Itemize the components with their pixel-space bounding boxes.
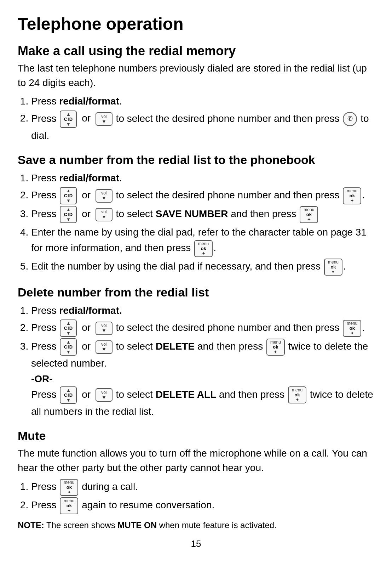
vol-button: vol ▼ <box>96 189 113 203</box>
menu-ok-button: menu ok ✦ <box>266 339 285 356</box>
or-label: -OR- <box>31 373 53 384</box>
cid-button: ▲ CID ▼ <box>60 319 77 337</box>
section-heading-mute: Mute <box>18 429 374 443</box>
menu-ok-button: menu ok ✦ <box>343 320 361 337</box>
list-item: Press menu ok ✦ during a call. <box>31 479 374 496</box>
list-item: Enter the name by using the dial pad, re… <box>31 225 374 257</box>
list-item: Press ▲ CID ▼ or vol ▼ to select the des… <box>31 187 374 204</box>
menu-ok-button: menu ok ✦ <box>60 497 78 514</box>
list-item: Press ▲ CID ▼ or vol ▼ to select SAVE NU… <box>31 206 374 223</box>
cid-button: ▲ CID ▼ <box>60 187 77 204</box>
phone-button: ✆ <box>343 112 357 126</box>
section-heading-make-call: Make a call using the redial memory <box>18 44 374 58</box>
vol-button: vol ▼ <box>96 322 113 335</box>
menu-ok-button: menu ok ✦ <box>60 479 78 496</box>
cid-button: ▲ CID ▼ <box>60 338 77 356</box>
section-heading-save-number: Save a number from the redial list to th… <box>18 153 374 167</box>
section-intro-make-call: The last ten telephone numbers previousl… <box>18 61 374 90</box>
vol-button: vol ▼ <box>96 388 113 402</box>
section-heading-delete-number: Delete number from the redial list <box>18 285 374 299</box>
page-title: Telephone operation <box>18 14 374 34</box>
list-item: Press ▲ CID ▼ or vol ▼ to select DELETE … <box>31 338 374 419</box>
list-item: Press menu ok ✦ again to resume conversa… <box>31 497 374 514</box>
menu-ok-button: menu ok ✦ <box>343 187 361 204</box>
vol-button: vol ▼ <box>96 112 113 126</box>
list-item: Edit the number by using the dial pad if… <box>31 259 374 276</box>
vol-button: vol ▼ <box>96 340 113 354</box>
menu-ok-button: menu ok ✦ <box>324 259 342 276</box>
list-item: Press redial/format. <box>31 94 374 109</box>
delete-number-steps: Press redial/format. Press ▲ CID ▼ or vo… <box>31 303 374 419</box>
cid-button: ▲ CID ▼ <box>60 111 77 128</box>
make-call-steps: Press redial/format. Press ▲ CID ▼ or vo… <box>31 94 374 143</box>
vol-button: vol ▼ <box>96 208 113 221</box>
list-item: Press ▲ CID ▼ or vol ▼ to select the des… <box>31 319 374 337</box>
section-intro-mute: The mute function allows you to turn off… <box>18 446 374 475</box>
cid-button: ▲ CID ▼ <box>60 386 77 404</box>
menu-ok-button: menu ok ✦ <box>288 386 306 403</box>
list-item: Press redial/format. <box>31 303 374 318</box>
mute-steps: Press menu ok ✦ during a call. Press men… <box>31 479 374 514</box>
page-number: 15 <box>18 538 374 549</box>
cid-button: ▲ CID ▼ <box>60 206 77 223</box>
list-item: Press redial/format. <box>31 170 374 186</box>
mute-note: NOTE: The screen shows MUTE ON when mute… <box>18 519 374 532</box>
list-item: Press ▲ CID ▼ or vol ▼ to select the des… <box>31 111 374 143</box>
menu-ok-button: menu ok ✦ <box>194 240 213 257</box>
menu-ok-button: menu ok ✦ <box>300 206 318 223</box>
save-number-steps: Press redial/format. Press ▲ CID ▼ or vo… <box>31 170 374 276</box>
